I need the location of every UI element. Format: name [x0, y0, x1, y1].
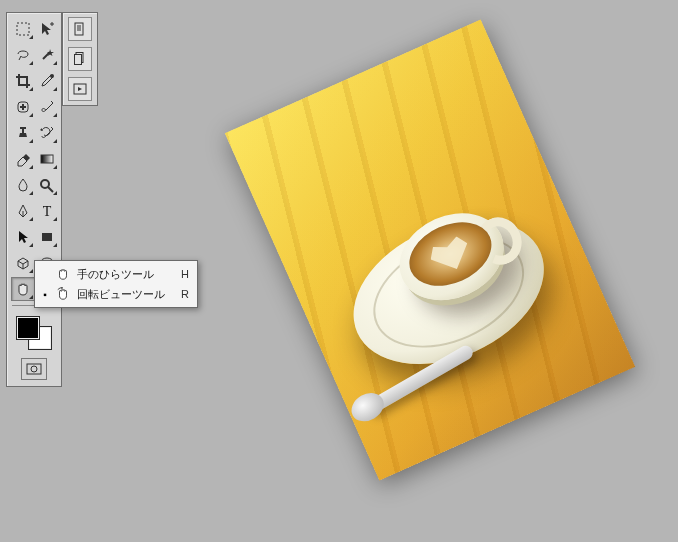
svg-marker-27 [19, 231, 28, 243]
submenu-mark [29, 191, 33, 195]
mini-panel [62, 12, 98, 106]
tools-grid: T [11, 17, 57, 301]
flyout-shortcut: R [171, 288, 189, 300]
flyout-label: 回転ビューツール [77, 287, 165, 302]
submenu-mark [29, 139, 33, 143]
svg-marker-19 [40, 128, 42, 131]
eyedropper-icon[interactable] [35, 69, 59, 93]
submenu-mark [53, 243, 57, 247]
flyout-shortcut: H [171, 268, 189, 280]
hand-icon [55, 266, 71, 282]
threeD-icon[interactable] [11, 251, 35, 275]
play-icon[interactable] [68, 77, 92, 101]
svg-marker-7 [78, 87, 82, 91]
submenu-mark [29, 113, 33, 117]
history-brush-icon[interactable] [35, 121, 59, 145]
flyout-item-rotate-view[interactable]: ▪ 回転ビューツール R [35, 284, 197, 304]
rectangle-shape-icon[interactable] [35, 225, 59, 249]
color-swatches[interactable] [16, 316, 52, 350]
svg-point-23 [41, 180, 49, 188]
document-canvas[interactable] [225, 19, 635, 480]
hand-tool-flyout: 手のひらツール H ▪ 回転ビューツール R [34, 260, 198, 308]
flyout-label: 手のひらツール [77, 267, 165, 282]
svg-point-13 [50, 74, 54, 78]
tools-panel: T [6, 12, 62, 387]
submenu-mark [53, 217, 57, 221]
submenu-mark [53, 61, 57, 65]
svg-marker-34 [61, 287, 63, 289]
gradient-icon[interactable] [35, 147, 59, 171]
submenu-mark [29, 165, 33, 169]
svg-rect-22 [41, 155, 53, 163]
dodge-icon[interactable] [35, 173, 59, 197]
clone-stamp-icon[interactable] [11, 121, 35, 145]
latte-art-heart [426, 234, 475, 278]
path-selection-icon[interactable] [11, 225, 35, 249]
submenu-mark [29, 87, 33, 91]
submenu-mark [53, 113, 57, 117]
submenu-mark [29, 269, 33, 273]
blur-icon[interactable] [11, 173, 35, 197]
move-icon[interactable] [35, 17, 59, 41]
documents-stack-icon[interactable] [68, 47, 92, 71]
document-icon[interactable] [68, 17, 92, 41]
eraser-icon[interactable] [11, 147, 35, 171]
svg-marker-21 [23, 154, 30, 161]
foreground-swatch[interactable] [16, 316, 40, 340]
submenu-mark [29, 35, 33, 39]
svg-rect-8 [17, 23, 29, 35]
type-icon[interactable]: T [35, 199, 59, 223]
svg-rect-28 [42, 233, 52, 241]
rectangular-marquee-icon[interactable] [11, 17, 35, 41]
magic-wand-icon[interactable] [35, 43, 59, 67]
submenu-mark [53, 191, 57, 195]
svg-rect-5 [75, 55, 82, 65]
crop-icon[interactable] [11, 69, 35, 93]
rotate-view-icon [55, 286, 71, 302]
svg-point-33 [31, 366, 37, 372]
lasso-icon[interactable] [11, 43, 35, 67]
submenu-mark [29, 295, 33, 299]
hand-icon[interactable] [11, 277, 35, 301]
screen-mode-icon[interactable] [21, 358, 47, 380]
brush-icon[interactable] [35, 95, 59, 119]
submenu-mark [29, 243, 33, 247]
submenu-mark [53, 87, 57, 91]
svg-text:T: T [43, 204, 52, 219]
svg-rect-0 [75, 23, 83, 35]
flyout-item-hand[interactable]: 手のひらツール H [35, 264, 197, 284]
pen-icon[interactable] [11, 199, 35, 223]
healing-brush-icon[interactable] [11, 95, 35, 119]
submenu-mark [29, 217, 33, 221]
submenu-mark [53, 165, 57, 169]
svg-rect-18 [20, 127, 26, 129]
submenu-mark [53, 139, 57, 143]
current-mark: ▪ [41, 289, 49, 300]
svg-marker-9 [42, 23, 51, 35]
submenu-mark [29, 61, 33, 65]
